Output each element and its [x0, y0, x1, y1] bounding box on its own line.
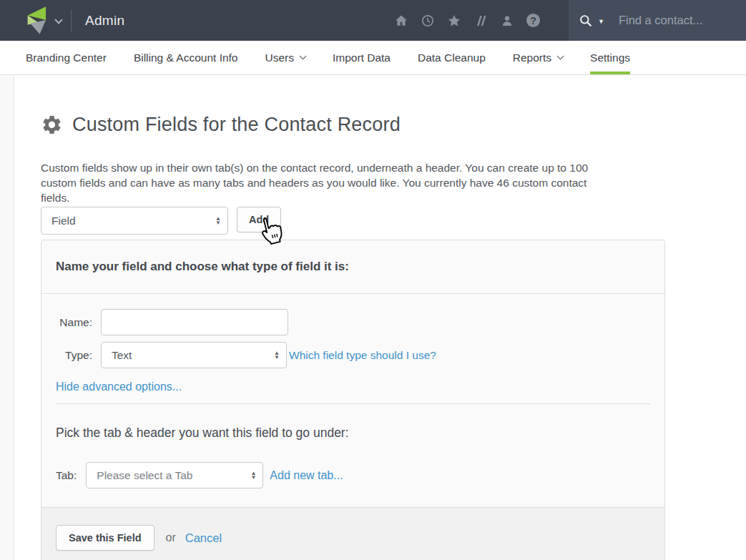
- tab-label: Tab:: [56, 469, 77, 482]
- topbar: Admin ? ▼: [0, 0, 746, 41]
- left-gutter: [0, 76, 14, 560]
- infusionsoft-logo-icon: [24, 6, 46, 36]
- gear-icon: [41, 114, 63, 136]
- cancel-link[interactable]: Cancel: [185, 531, 222, 545]
- add-new-tab-link[interactable]: Add new tab...: [270, 469, 343, 482]
- chevron-down-icon: [557, 53, 564, 60]
- admin-subnav: Branding Center Billing & Account Info U…: [0, 41, 746, 75]
- type-label: Type:: [56, 349, 92, 362]
- type-select[interactable]: Text ▲▼: [101, 342, 287, 368]
- or-text: or: [166, 531, 176, 544]
- nav-data-cleanup[interactable]: Data Cleanup: [404, 41, 499, 74]
- nav-users[interactable]: Users: [252, 41, 319, 74]
- nav-import-data[interactable]: Import Data: [319, 41, 404, 74]
- hide-advanced-options-link[interactable]: Hide advanced options...: [56, 380, 182, 393]
- search-dropdown-caret-icon[interactable]: ▼: [598, 18, 604, 25]
- nav-settings[interactable]: Settings: [576, 41, 644, 74]
- home-icon[interactable]: [394, 14, 408, 28]
- apps-icon[interactable]: [473, 14, 488, 28]
- save-field-button[interactable]: Save this Field: [56, 525, 154, 551]
- app-title: Admin: [85, 13, 124, 29]
- help-icon[interactable]: ?: [526, 14, 540, 27]
- select-arrows-icon: ▲▼: [250, 471, 256, 480]
- section-divider: [56, 403, 650, 404]
- app-logo-menu[interactable]: [0, 6, 62, 36]
- page-description: Custom fields show up in their own tab(s…: [41, 160, 746, 205]
- page-title: Custom Fields for the Contact Record: [72, 112, 401, 137]
- chevron-down-icon: [54, 16, 62, 24]
- nav-branding-center[interactable]: Branding Center: [12, 41, 120, 74]
- main-content: Custom Fields for the Contact Record Cus…: [0, 75, 746, 560]
- field-type-help-link[interactable]: Which field type should I use?: [289, 349, 436, 362]
- panel-heading: Name your field and choose what type of …: [41, 240, 664, 294]
- name-input[interactable]: [101, 309, 288, 335]
- add-button[interactable]: Add: [237, 207, 281, 232]
- select-arrows-icon: ▲▼: [215, 217, 221, 225]
- field-select[interactable]: Field ▲▼: [41, 207, 228, 235]
- recent-icon[interactable]: [421, 14, 435, 28]
- contacts-icon[interactable]: [500, 14, 514, 28]
- nav-billing-account-info[interactable]: Billing & Account Info: [120, 41, 252, 74]
- topbar-icons: ?: [394, 14, 540, 28]
- custom-field-panel: Name your field and choose what type of …: [41, 240, 665, 560]
- topbar-divider: [71, 10, 72, 31]
- search-input[interactable]: [617, 13, 725, 28]
- tab-select[interactable]: Please select a Tab ▲▼: [86, 462, 263, 488]
- favorites-icon[interactable]: [447, 14, 461, 28]
- search-icon[interactable]: [579, 14, 593, 28]
- panel-footer: Save this Field or Cancel: [41, 507, 664, 560]
- contact-search: ▼: [569, 0, 746, 41]
- name-label: Name:: [56, 316, 92, 329]
- chevron-down-icon: [300, 53, 307, 60]
- nav-reports[interactable]: Reports: [499, 41, 576, 74]
- select-arrows-icon: ▲▼: [274, 351, 280, 360]
- pick-tab-heading: Pick the tab & header you want this fiel…: [56, 426, 650, 441]
